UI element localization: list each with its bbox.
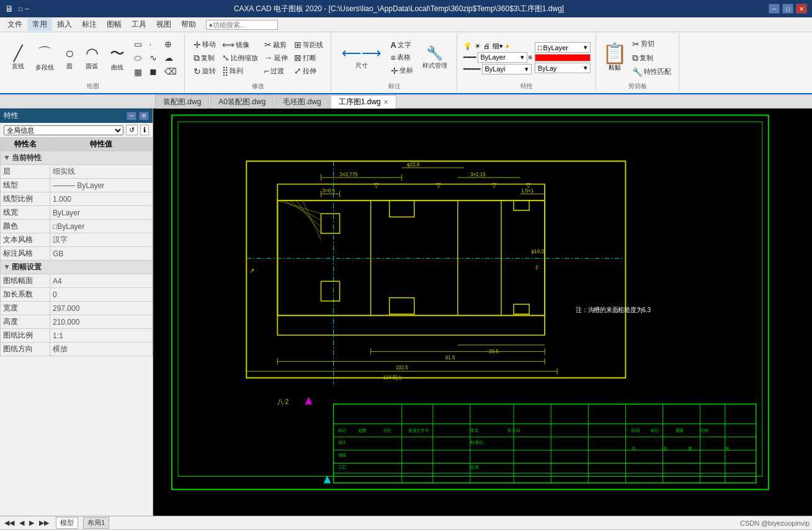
- prop-table: 特性名 特性值 ▼当前特性 层 细实线 线型 ——— ByLayer: [0, 137, 153, 356]
- model-tab[interactable]: 模型: [56, 517, 78, 529]
- layout-tab[interactable]: 布局1: [83, 517, 109, 529]
- prop-value-layer: 细实线: [50, 165, 153, 179]
- menu-view[interactable]: 视图: [151, 18, 176, 31]
- tab-maopeitu[interactable]: 毛坯图.dwg: [275, 95, 329, 109]
- svg-text:φ19.2: φ19.2: [531, 249, 544, 254]
- arc-button[interactable]: ◠ 圆弧: [81, 42, 103, 74]
- nav-next[interactable]: ▶: [27, 519, 36, 527]
- tab-close-icon[interactable]: ✕: [383, 99, 388, 106]
- copy-clip-button[interactable]: ⧉ 复制: [630, 52, 674, 65]
- status-bar: ◀◀ ◀ ▶ ▶▶ 模型 布局1 CSDN @biyezuopinvip: [0, 516, 812, 529]
- prop-value-color: □ByLayer: [50, 220, 153, 233]
- stretch-button[interactable]: ⤢ 拉伸: [292, 65, 326, 77]
- menu-file[interactable]: 文件: [2, 18, 27, 31]
- paste-button[interactable]: 📋 粘贴: [602, 43, 627, 72]
- extend-button[interactable]: → 延伸: [262, 52, 290, 64]
- tab-a0peizhitu[interactable]: A0装配图.dwg: [210, 95, 274, 109]
- layer-dropdown[interactable]: ByLayer▾: [478, 52, 527, 63]
- nav-last[interactable]: ▶▶: [37, 519, 51, 527]
- point-button[interactable]: ·: [147, 38, 159, 50]
- linear-dim-button[interactable]: ⟵⟶ 尺寸: [337, 42, 386, 73]
- menu-help[interactable]: 帮助: [176, 18, 201, 31]
- move-button[interactable]: ✛ 移动: [191, 38, 218, 51]
- menu-insert[interactable]: 插入: [52, 18, 77, 31]
- circle-button[interactable]: ○ 圆: [61, 42, 79, 74]
- tab-label: 毛坯图.dwg: [283, 97, 321, 107]
- cloud-button[interactable]: ☁: [162, 52, 179, 64]
- cad-svg: 3×0.5 3×2.775 φ22.6 3×2.15 1.5×1 φ19.2: [153, 109, 812, 516]
- tab-peizhitu[interactable]: 装配图.dwg: [155, 95, 209, 109]
- prop-color: 颜色 □ByLayer: [1, 220, 153, 233]
- tab-label: 工序图1.dwg: [339, 97, 381, 107]
- mirror-button[interactable]: ⟺ 镜像: [220, 38, 261, 51]
- nav-prev[interactable]: ◀: [17, 519, 26, 527]
- center-line-button[interactable]: ⊕: [162, 38, 179, 50]
- copy-tool-button[interactable]: ⧉ 复制: [191, 52, 218, 65]
- svg-text:▽: ▽: [526, 182, 531, 189]
- global-info-select[interactable]: 全局信息: [4, 125, 123, 135]
- table-button[interactable]: ≡ 表格: [388, 52, 416, 64]
- svg-text:5: 5: [535, 265, 538, 271]
- curve-button[interactable]: 〜 曲线: [105, 40, 129, 75]
- ellipse-button[interactable]: ⬭: [132, 52, 145, 65]
- style-manage-button[interactable]: 🔧 样式管理: [418, 42, 452, 73]
- sidebar-refresh-btn[interactable]: ↺: [126, 125, 138, 135]
- scale-button[interactable]: ⤡ 比例缩放: [220, 52, 261, 64]
- svg-text:张: 张: [663, 446, 667, 451]
- match-button[interactable]: 🔧 特性匹配: [630, 66, 674, 78]
- bylayer-r2-label: ByLay: [538, 65, 557, 72]
- rect-button[interactable]: ▭: [132, 38, 145, 50]
- sidebar-close-btn[interactable]: ✕: [139, 112, 149, 120]
- menu-common[interactable]: 常用: [27, 18, 52, 31]
- prop-name-layer: 层: [1, 165, 50, 179]
- dimension-group-label: 标注: [337, 82, 452, 91]
- explode-button[interactable]: ⊠ 打断: [292, 52, 326, 64]
- menu-dimension[interactable]: 标注: [77, 18, 102, 31]
- function-search-box[interactable]: ♦: [206, 20, 278, 30]
- fill-button[interactable]: ◼: [147, 65, 159, 78]
- bylayer-right2[interactable]: ByLay▾: [535, 63, 591, 73]
- svg-text:124.5|山: 124.5|山: [383, 375, 402, 380]
- array-button[interactable]: ⣿ 阵列: [220, 65, 261, 77]
- window-system-btn2[interactable]: ─: [25, 6, 29, 12]
- offset-button[interactable]: ⊞ 等距线: [292, 38, 326, 51]
- drawing-canvas[interactable]: 3×0.5 3×2.775 φ22.6 3×2.15 1.5×1 φ19.2: [153, 109, 812, 516]
- tab-gongxutu[interactable]: 工序图1.dwg ✕: [331, 95, 396, 109]
- maximize-button[interactable]: □: [782, 4, 793, 14]
- coord-button[interactable]: ✛ 坐标: [388, 65, 416, 77]
- prop-name-color: 颜色: [1, 220, 50, 233]
- sidebar-pin-btn[interactable]: ─: [127, 112, 136, 120]
- minimize-button[interactable]: ─: [769, 4, 780, 14]
- menu-page[interactable]: 图幅: [102, 18, 127, 31]
- polyline-button[interactable]: ⌒ 多段线: [31, 40, 58, 75]
- svg-text:更改文件号: 更改文件号: [408, 427, 429, 433]
- svg-text:分区: 分区: [383, 427, 392, 433]
- sun-icon: ☀: [475, 42, 481, 50]
- fillet-button[interactable]: ⌐ 过渡: [262, 65, 290, 77]
- prop-linewidth: 线宽 ByLayer: [1, 206, 153, 220]
- spline-button[interactable]: ∿: [147, 52, 159, 64]
- linetype-dropdown[interactable]: ByLayi▾: [482, 64, 532, 74]
- function-search-input[interactable]: [213, 21, 275, 29]
- wipe-button[interactable]: ⌫: [162, 65, 179, 78]
- bylayer-box-right[interactable]: □ ByLayer ▾: [535, 42, 591, 53]
- properties-label: ━━━: [463, 53, 476, 61]
- window-system-btn[interactable]: □: [19, 6, 22, 12]
- modify-group-label: 修改: [191, 82, 326, 91]
- sidebar-info-btn[interactable]: ℹ: [140, 125, 149, 135]
- light-icon: 💡: [463, 42, 472, 50]
- rotate-button[interactable]: ↻ 旋转: [191, 65, 218, 78]
- cut-button[interactable]: ✂ 剪切: [630, 38, 674, 50]
- nav-first[interactable]: ◀◀: [2, 519, 16, 527]
- line-button[interactable]: ╱ 直线: [7, 42, 29, 74]
- menu-tools[interactable]: 工具: [127, 18, 151, 31]
- close-button[interactable]: ✕: [796, 4, 807, 14]
- prop-name-pagesize: 图纸幅面: [1, 274, 50, 288]
- trim-button[interactable]: ✂ 裁剪: [262, 38, 290, 51]
- hatch-button[interactable]: ▦: [132, 66, 145, 78]
- properties-group-label: 特性: [463, 82, 591, 91]
- prop-textstyle: 文本风格 汉字: [1, 233, 153, 247]
- svg-text:3×2.775: 3×2.775: [340, 172, 359, 177]
- section-page-settings: ▼图幅设置: [1, 261, 153, 274]
- text-button[interactable]: A 文字: [388, 39, 416, 51]
